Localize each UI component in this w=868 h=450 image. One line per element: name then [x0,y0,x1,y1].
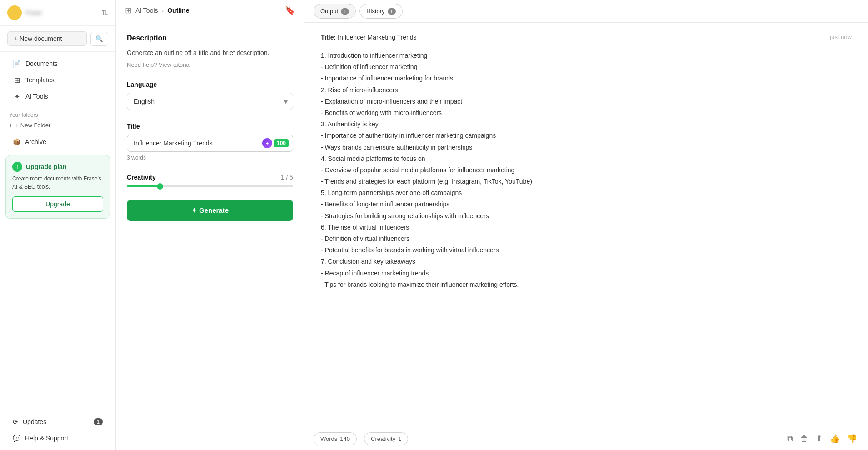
upgrade-description: Create more documents with Frase's AI & … [12,175,103,191]
form-header: ⊞ AI Tools › Outline 🔖 [116,0,304,21]
updates-badge: 1 [94,418,103,425]
sidebar-item-archive-label: Archive [25,138,46,145]
output-timestamp-row: Title: Influencer Marketing Trends just … [321,34,852,41]
export-icon: ⬆ [816,434,823,443]
sidebar-item-ai-tools[interactable]: ✦ AI Tools [4,88,112,105]
main-nav: 📄 Documents ⊞ Templates ✦ AI Tools [0,52,115,108]
brand-logo: Frase [7,5,42,20]
export-button[interactable]: ⬆ [814,432,824,445]
words-label: Words [320,435,337,442]
sidebar-item-ai-tools-label: AI Tools [25,93,48,100]
panel-toggle-icon[interactable]: ⊞ [125,5,132,15]
description-text: Generate an outline off a title and brie… [127,48,293,58]
creativity-slider-track [127,185,293,187]
output-panel: Output 1 History 1 Title: Influencer Mar… [304,0,868,450]
title-badge: ✦ 100 [262,138,289,148]
words-stat: Words 140 [314,432,357,445]
new-document-button[interactable]: + New document [7,31,87,46]
updates-left: ⟳ Updates [13,418,46,425]
sidebar-bottom: ⟳ Updates 1 💬 Help & Support [0,410,115,450]
folders-section: Your folders + + New Folder [0,108,115,134]
creativity-slider-fill [127,185,160,187]
breadcrumb-separator: › [162,7,164,14]
creativity-stat: Creativity 1 [364,432,408,445]
sidebar-item-templates-label: Templates [25,76,55,84]
upgrade-card: ↑ Upgrade plan Create more documents wit… [5,155,110,219]
new-folder-button[interactable]: + + New Folder [9,120,106,130]
form-content: Description Generate an outline off a ti… [116,21,304,450]
creativity-footer-label: Creativity [371,435,395,442]
brand-icon [7,5,22,20]
language-select-wrapper: English Spanish French German Italian ▾ [127,93,293,110]
creativity-header: Creativity 1 / 5 [127,174,293,181]
creativity-footer-count: 1 [398,435,401,442]
language-label: Language [127,81,293,88]
help-icon: 💬 [13,435,20,442]
sidebar-item-documents[interactable]: 📄 Documents [4,55,112,72]
tab-history-count: 1 [388,8,396,15]
tab-output[interactable]: Output 1 [314,4,356,19]
document-icon: 📄 [13,60,21,68]
thumbs-up-icon: 👍 [830,434,840,443]
creativity-value: 1 / 5 [281,174,293,181]
title-label: Title [127,123,293,130]
thumbs-down-button[interactable]: 👎 [845,432,859,445]
output-title-line: Title: Influencer Marketing Trends [321,34,417,41]
output-text: 1. Introduction to influencer marketing … [321,50,852,290]
help-left: 💬 Help & Support [13,435,68,442]
upgrade-icon: ↑ [12,162,22,172]
sidebar: Frase ⇅ + New document 🔍 📄 Documents ⊞ T… [0,0,116,450]
form-panel: ⊞ AI Tools › Outline 🔖 Description Gener… [116,0,304,450]
upgrade-title: Upgrade plan [26,163,66,170]
bookmark-button[interactable]: 🔖 [285,5,295,15]
score-badge: 100 [274,139,289,147]
sidebar-item-archive[interactable]: 📦 Archive [4,134,112,150]
tab-output-label: Output [320,8,338,15]
copy-icon: ⧉ [787,434,793,443]
delete-button[interactable]: 🗑 [798,432,810,445]
creativity-slider-wrapper [127,185,293,187]
new-folder-icon: + [9,122,13,129]
breadcrumb-current: Outline [167,7,189,14]
copy-button[interactable]: ⧉ [785,432,795,445]
breadcrumb-parent[interactable]: AI Tools [135,7,158,14]
ai-score-icon: ✦ [262,138,272,148]
breadcrumb: AI Tools › Outline [135,7,189,14]
thumbs-up-button[interactable]: 👍 [828,432,842,445]
words-count: 140 [340,435,350,442]
sidebar-header: Frase ⇅ [0,0,115,26]
creativity-label: Creativity [127,174,156,181]
tab-history[interactable]: History 1 [359,4,403,19]
archive-icon: 📦 [13,138,20,145]
output-timestamp: just now [830,34,852,40]
footer-actions: ⧉ 🗑 ⬆ 👍 👎 [785,432,859,445]
language-select[interactable]: English Spanish French German Italian [127,93,293,110]
output-title-prefix: Title: [321,34,336,41]
help-label: Help & Support [25,435,68,442]
search-button[interactable]: 🔍 [90,32,108,46]
sidebar-item-templates[interactable]: ⊞ Templates [4,72,112,88]
templates-icon: ⊞ [13,76,21,84]
tab-output-count: 1 [341,8,349,15]
output-title-value: Influencer Marketing Trends [338,34,417,41]
ai-tools-icon: ✦ [13,92,21,100]
output-header: Output 1 History 1 [304,0,868,23]
updates-icon: ⟳ [13,418,18,425]
generate-button[interactable]: ✦ Generate [127,200,293,221]
sidebar-actions: + New document 🔍 [0,26,115,52]
output-content: Title: Influencer Marketing Trends just … [304,23,868,427]
sidebar-item-help-support[interactable]: 💬 Help & Support [4,430,112,446]
tab-history-label: History [366,8,384,15]
search-icon: 🔍 [95,35,103,42]
upgrade-header: ↑ Upgrade plan [12,162,103,172]
description-title: Description [127,34,293,42]
upgrade-button[interactable]: Upgrade [12,196,103,212]
updates-label: Updates [23,418,46,425]
title-field-wrapper: ✦ 100 [127,135,293,152]
creativity-slider-thumb[interactable] [157,183,163,190]
tutorial-link[interactable]: Need help? View tutorial [127,61,293,68]
sidebar-item-documents-label: Documents [25,60,58,67]
title-word-count: 3 words [127,155,293,161]
sidebar-item-updates[interactable]: ⟳ Updates 1 [4,414,112,430]
sidebar-toggle-icon[interactable]: ⇅ [101,8,108,18]
